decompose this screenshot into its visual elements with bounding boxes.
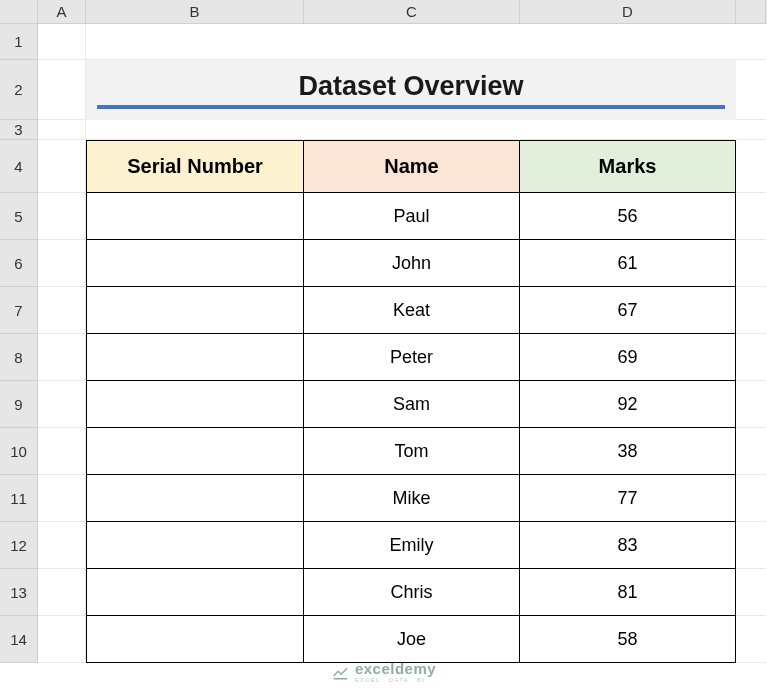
cell-serial[interactable] [86, 381, 304, 428]
row-8: 8 Peter 69 [0, 334, 767, 381]
cell-a10[interactable] [38, 428, 86, 475]
cell-name[interactable]: John [304, 240, 520, 287]
cell-e14[interactable] [736, 616, 766, 663]
cell-a14[interactable] [38, 616, 86, 663]
row-header-13[interactable]: 13 [0, 569, 38, 616]
cell-marks[interactable]: 69 [520, 334, 736, 381]
watermark-main: exceldemy [355, 661, 436, 676]
row-5: 5 Paul 56 [0, 193, 767, 240]
cell-e11[interactable] [736, 475, 766, 522]
cell-e5[interactable] [736, 193, 766, 240]
cell-serial[interactable] [86, 240, 304, 287]
header-name[interactable]: Name [304, 140, 520, 193]
cell-marks[interactable]: 83 [520, 522, 736, 569]
cell-serial[interactable] [86, 287, 304, 334]
page-title: Dataset Overview [298, 71, 523, 102]
cell-serial[interactable] [86, 569, 304, 616]
cell-a11[interactable] [38, 475, 86, 522]
cell-serial[interactable] [86, 428, 304, 475]
title-underline [97, 105, 725, 109]
cell-name[interactable]: Emily [304, 522, 520, 569]
cell-e2[interactable] [736, 60, 766, 120]
cell-serial[interactable] [86, 522, 304, 569]
cell-a12[interactable] [38, 522, 86, 569]
row-4: 4 Serial Number Name Marks [0, 140, 767, 193]
col-header-b[interactable]: B [86, 0, 304, 24]
cell-e13[interactable] [736, 569, 766, 616]
watermark-sub: EXCEL · DATA · BI [355, 677, 436, 683]
header-marks[interactable]: Marks [520, 140, 736, 193]
cell-marks[interactable]: 38 [520, 428, 736, 475]
cell-a2[interactable] [38, 60, 86, 120]
row-header-12[interactable]: 12 [0, 522, 38, 569]
cell-marks[interactable]: 77 [520, 475, 736, 522]
cell-a1[interactable] [38, 24, 86, 60]
col-header-d[interactable]: D [520, 0, 736, 24]
row-header-10[interactable]: 10 [0, 428, 38, 475]
cell-name[interactable]: Tom [304, 428, 520, 475]
cell-serial[interactable] [86, 616, 304, 663]
row-header-6[interactable]: 6 [0, 240, 38, 287]
row-3: 3 [0, 120, 767, 140]
row-10: 10 Tom 38 [0, 428, 767, 475]
cell-blank-3[interactable] [86, 120, 766, 140]
watermark-text: exceldemy EXCEL · DATA · BI [355, 661, 436, 683]
cell-marks[interactable]: 61 [520, 240, 736, 287]
logo-icon [331, 663, 349, 681]
cell-name[interactable]: Joe [304, 616, 520, 663]
cell-e12[interactable] [736, 522, 766, 569]
cell-marks[interactable]: 67 [520, 287, 736, 334]
cell-e4[interactable] [736, 140, 766, 193]
col-header-a[interactable]: A [38, 0, 86, 24]
cell-serial[interactable] [86, 475, 304, 522]
cell-marks[interactable]: 58 [520, 616, 736, 663]
cell-e6[interactable] [736, 240, 766, 287]
row-header-11[interactable]: 11 [0, 475, 38, 522]
row-header-2[interactable]: 2 [0, 60, 38, 120]
cell-serial[interactable] [86, 193, 304, 240]
row-header-3[interactable]: 3 [0, 120, 38, 140]
cell-a8[interactable] [38, 334, 86, 381]
header-serial[interactable]: Serial Number [86, 140, 304, 193]
row-header-9[interactable]: 9 [0, 381, 38, 428]
cell-e8[interactable] [736, 334, 766, 381]
col-header-c[interactable]: C [304, 0, 520, 24]
row-1: 1 [0, 24, 767, 60]
cell-marks[interactable]: 81 [520, 569, 736, 616]
select-all-corner[interactable] [0, 0, 38, 24]
cell-name[interactable]: Mike [304, 475, 520, 522]
title-cell[interactable]: Dataset Overview [86, 60, 736, 120]
row-13: 13 Chris 81 [0, 569, 767, 616]
cell-serial[interactable] [86, 334, 304, 381]
cell-e9[interactable] [736, 381, 766, 428]
cell-a3[interactable] [38, 120, 86, 140]
cell-e7[interactable] [736, 287, 766, 334]
col-header-e[interactable] [736, 0, 766, 24]
cell-name[interactable]: Keat [304, 287, 520, 334]
cell-marks[interactable]: 56 [520, 193, 736, 240]
cell-name[interactable]: Paul [304, 193, 520, 240]
row-9: 9 Sam 92 [0, 381, 767, 428]
cell-name[interactable]: Peter [304, 334, 520, 381]
cell-a13[interactable] [38, 569, 86, 616]
cell-a6[interactable] [38, 240, 86, 287]
cell-name[interactable]: Sam [304, 381, 520, 428]
cell-marks[interactable]: 92 [520, 381, 736, 428]
cell-a5[interactable] [38, 193, 86, 240]
cell-e10[interactable] [736, 428, 766, 475]
row-header-14[interactable]: 14 [0, 616, 38, 663]
row-header-1[interactable]: 1 [0, 24, 38, 60]
row-2: 2 Dataset Overview [0, 60, 767, 120]
row-7: 7 Keat 67 [0, 287, 767, 334]
row-header-5[interactable]: 5 [0, 193, 38, 240]
cell-a4[interactable] [38, 140, 86, 193]
cell-name[interactable]: Chris [304, 569, 520, 616]
cell-a7[interactable] [38, 287, 86, 334]
row-11: 11 Mike 77 [0, 475, 767, 522]
row-header-7[interactable]: 7 [0, 287, 38, 334]
cell-a9[interactable] [38, 381, 86, 428]
row-header-4[interactable]: 4 [0, 140, 38, 193]
row-header-8[interactable]: 8 [0, 334, 38, 381]
watermark: exceldemy EXCEL · DATA · BI [331, 661, 436, 683]
cell-blank-1[interactable] [86, 24, 766, 60]
